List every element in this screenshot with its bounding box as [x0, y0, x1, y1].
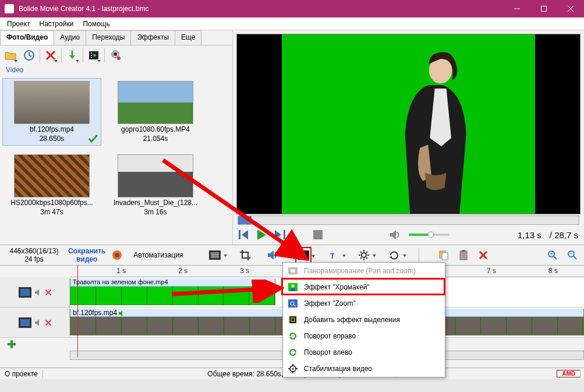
status-total-time: Общее время: 28.650s, — [203, 370, 288, 378]
media-item[interactable]: Invaders_Must_Die_(128... 3m 16s — [106, 151, 205, 219]
scrub-bar[interactable] — [238, 216, 579, 225]
clip-button[interactable] — [86, 47, 102, 63]
window-title: Bolide Movie Creator 4.1 - lastproject.b… — [19, 5, 504, 13]
zoom-out-button[interactable] — [564, 247, 581, 263]
app-icon — [5, 4, 14, 13]
film-button[interactable] — [207, 247, 223, 263]
svg-rect-22 — [409, 234, 431, 236]
stop-button[interactable] — [313, 230, 323, 239]
rotate-right-icon — [288, 331, 298, 341]
delete-button[interactable] — [43, 47, 59, 63]
recent-button[interactable] — [21, 47, 37, 63]
volume-slider[interactable] — [409, 231, 449, 238]
timeline-clip[interactable]: Траволта на зеленом фоне.mp4 — [70, 278, 275, 305]
video-effects-button[interactable] — [295, 247, 312, 263]
svg-point-11 — [91, 52, 92, 54]
media-thumb — [118, 154, 193, 197]
tab-more[interactable]: Еще — [175, 30, 201, 45]
playhead[interactable] — [77, 266, 78, 357]
menu-settings[interactable]: Настройки — [35, 19, 79, 29]
delete-clip-button[interactable] — [475, 247, 491, 263]
tab-photo-video[interactable]: Фото/Видео — [0, 30, 54, 45]
rotate-button[interactable] — [386, 247, 402, 263]
menu-help[interactable]: Помощь — [78, 19, 114, 29]
text-button[interactable]: T — [325, 247, 342, 263]
highlight-icon — [288, 315, 298, 325]
menu-highlight-effect[interactable]: Добавить эффект выделения — [283, 312, 445, 328]
filmstrip-icon — [19, 287, 31, 298]
menu-stabilize[interactable]: Стабилизация видео — [283, 361, 445, 377]
webcam-button[interactable] — [107, 47, 123, 63]
copy-button[interactable] — [436, 247, 452, 263]
pan-icon — [288, 266, 298, 276]
preview-viewport[interactable] — [236, 34, 581, 214]
close-button[interactable] — [557, 0, 584, 17]
svg-line-50 — [574, 256, 576, 259]
media-name: gopro1080.60fps.MP4 — [121, 125, 190, 133]
save-video-button[interactable]: Сохранить видео — [68, 247, 105, 263]
svg-rect-53 — [291, 269, 295, 273]
mute-icon[interactable] — [35, 319, 42, 326]
main-menu: Проект Настройки Помощь — [0, 17, 584, 30]
chromakey-icon — [288, 282, 298, 292]
tab-effects[interactable]: Эффекты — [130, 30, 175, 45]
track-head[interactable] — [0, 308, 70, 337]
svg-rect-1 — [541, 6, 547, 12]
paste-button[interactable] — [455, 247, 472, 263]
audio-button[interactable] — [265, 247, 281, 263]
media-thumb — [14, 154, 90, 197]
tab-audio[interactable]: Аудио — [54, 30, 86, 45]
open-folder-button[interactable] — [2, 47, 19, 63]
svg-point-55 — [291, 284, 295, 288]
media-thumb — [118, 81, 193, 124]
menu-chromakey[interactable]: Эффект "Хромакей" — [283, 279, 445, 295]
svg-rect-19 — [284, 230, 285, 239]
menu-project[interactable]: Проект — [2, 19, 35, 29]
status-about[interactable]: О проекте — [0, 370, 43, 378]
track-delete-icon[interactable] — [45, 320, 51, 326]
track-delete-icon[interactable] — [45, 289, 51, 295]
svg-rect-20 — [313, 230, 323, 239]
media-duration: 3m 47s — [40, 208, 63, 216]
maximize-button[interactable] — [530, 0, 557, 17]
automation-button[interactable]: Автоматизация — [129, 251, 187, 259]
project-info: 446x360(16/13) 24 fps — [3, 247, 65, 263]
svg-line-36 — [366, 257, 367, 259]
tab-transitions[interactable]: Переходы — [86, 30, 131, 45]
svg-rect-41 — [460, 251, 467, 260]
svg-point-23 — [428, 232, 434, 238]
effects-dropdown: Панорамирование (Pan and zoom) Эффект "Х… — [282, 262, 445, 377]
media-item[interactable]: bf.120fps.mp4 28.650s — [2, 78, 101, 146]
minimize-button[interactable] — [504, 0, 530, 17]
track-head[interactable] — [0, 277, 70, 307]
media-item[interactable]: gopro1080.60fps.MP4 21.054s — [106, 78, 205, 146]
preview-pane: 1,13 s / 28,7 s — [233, 30, 584, 245]
play-button[interactable] — [257, 229, 267, 240]
svg-line-37 — [360, 257, 362, 259]
svg-text:T: T — [330, 252, 335, 260]
media-pane: Фото/Видео Аудио Переходы Эффекты Еще Vi… — [0, 30, 233, 245]
clip-label: Траволта на зеленом фоне.mp4 — [70, 278, 275, 287]
filmstrip-icon — [19, 317, 31, 328]
step-fwd-button[interactable] — [275, 230, 285, 239]
download-button[interactable] — [64, 47, 80, 63]
svg-rect-18 — [239, 230, 240, 239]
media-duration: 21.054s — [143, 135, 168, 143]
media-duration: 28.650s — [40, 135, 65, 143]
menu-rotate-right[interactable]: Поворот вправо — [283, 328, 445, 344]
svg-rect-59 — [289, 316, 296, 323]
menu-zoom-effect[interactable]: Эффект "Zoom" — [283, 295, 445, 312]
brightness-button[interactable] — [356, 247, 372, 263]
svg-rect-42 — [462, 250, 465, 252]
record-button[interactable] — [109, 247, 125, 263]
media-name: Invaders_Must_Die_(128... — [114, 199, 197, 207]
mute-icon[interactable] — [35, 289, 42, 296]
volume-icon[interactable] — [390, 230, 401, 239]
step-back-button[interactable] — [239, 230, 249, 239]
media-item[interactable]: HS2000kbps1080p60fps... 3m 47s — [2, 151, 101, 219]
svg-line-35 — [360, 252, 362, 253]
svg-rect-40 — [442, 253, 448, 260]
zoom-in-button[interactable] — [544, 247, 561, 263]
crop-button[interactable] — [237, 247, 253, 263]
menu-rotate-left[interactable]: Поворот влево — [283, 344, 445, 361]
